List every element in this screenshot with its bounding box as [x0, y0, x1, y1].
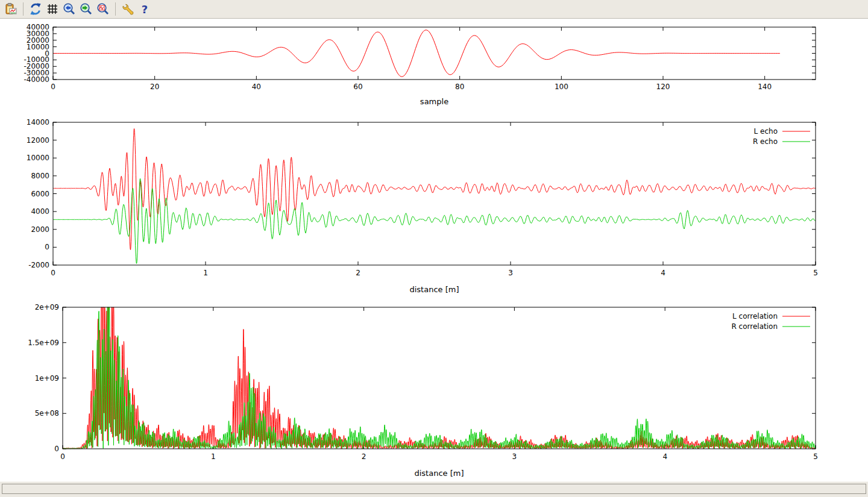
- grid-button[interactable]: [45, 1, 60, 17]
- grid-icon: [46, 2, 59, 16]
- x-axis-label: distance [m]: [414, 469, 464, 478]
- y-tick-label: 14000: [27, 118, 49, 127]
- status-bar-panel: [2, 484, 866, 494]
- x-tick-label: 3: [512, 452, 517, 461]
- toolbar: ?: [0, 0, 868, 19]
- help-button[interactable]: ?: [137, 1, 153, 17]
- x-tick-label: 5: [813, 269, 818, 277]
- y-tick-label: 6000: [31, 190, 49, 198]
- series-r-echo: [53, 178, 816, 263]
- correlation-chart-canvas[interactable]: 0123452e+091.5e+091e+095e+080distance [m…: [0, 299, 868, 486]
- pulse-chart-canvas[interactable]: 020406080100120140400003000020000100000-…: [0, 20, 868, 119]
- x-tick-label: 100: [555, 83, 568, 91]
- x-tick-label: 4: [661, 269, 665, 277]
- x-tick-label: 1: [203, 269, 208, 277]
- y-tick-label: 1e+09: [35, 374, 59, 383]
- toolbar-separator: [23, 2, 24, 16]
- y-tick-label: -40000: [24, 75, 49, 84]
- y-tick-label: 1.5e+09: [28, 339, 59, 347]
- plot-area: 020406080100120140400003000020000100000-…: [0, 19, 868, 482]
- x-tick-label: 80: [455, 83, 464, 91]
- zoom-next-icon: [80, 2, 93, 16]
- x-tick-label: 20: [150, 83, 159, 91]
- x-tick-label: 60: [353, 83, 362, 91]
- x-tick-label: 0: [51, 83, 55, 91]
- x-tick-label: 4: [662, 452, 667, 461]
- autoscale-icon: [96, 2, 110, 16]
- y-tick-label: 0: [45, 243, 49, 251]
- y-tick-label: 0: [54, 445, 59, 453]
- x-tick-label: 3: [508, 269, 513, 277]
- x-axis-label: distance [m]: [409, 285, 459, 294]
- status-bar: [0, 481, 868, 497]
- x-tick-label: 2: [356, 269, 360, 277]
- x-axis-label: sample: [420, 97, 448, 106]
- replot-button[interactable]: [28, 1, 43, 17]
- y-tick-label: 10000: [27, 154, 49, 162]
- x-tick-label: 2: [362, 452, 366, 461]
- y-tick-label: 2e+09: [35, 303, 59, 311]
- x-tick-label: 0: [60, 452, 65, 461]
- zoom-next-button[interactable]: [78, 1, 94, 17]
- y-tick-label: -2000: [28, 261, 49, 269]
- x-tick-label: 5: [813, 452, 818, 461]
- autoscale-button[interactable]: [95, 1, 111, 17]
- y-tick-label: 5e+08: [35, 409, 59, 417]
- legend-label: R correlation: [731, 322, 778, 331]
- series-l-echo: [53, 128, 816, 249]
- series-r-correlation: [63, 307, 816, 449]
- y-tick-label: 4000: [31, 207, 49, 216]
- x-tick-label: 0: [51, 269, 55, 277]
- toolbar-separator: [115, 2, 116, 16]
- zoom-previous-button[interactable]: [61, 1, 77, 17]
- zoom-previous-icon: [63, 2, 76, 16]
- legend-label: L echo: [754, 127, 778, 136]
- y-tick-label: 2000: [31, 225, 49, 234]
- replot-icon: [29, 2, 42, 16]
- copy-plot-icon: [4, 2, 17, 16]
- series-l-correlation: [63, 307, 816, 449]
- legend-label: R echo: [753, 137, 778, 146]
- y-tick-label: 8000: [31, 172, 49, 180]
- legend-label: L correlation: [732, 312, 778, 320]
- x-tick-label: 40: [252, 83, 261, 91]
- x-tick-label: 140: [758, 83, 772, 91]
- copy-plot-button[interactable]: [3, 1, 19, 17]
- configure-icon: [121, 2, 134, 16]
- gnuplot-window: ? 02040608010012014040000300002000010000…: [0, 0, 868, 497]
- y-tick-label: 12000: [27, 136, 49, 145]
- series-pulse: [53, 30, 780, 77]
- help-icon: ?: [142, 3, 148, 16]
- x-tick-label: 1: [211, 452, 216, 461]
- echo-chart-canvas[interactable]: 01234514000120001000080006000400020000-2…: [0, 114, 868, 298]
- x-tick-label: 120: [656, 83, 670, 91]
- configure-button[interactable]: [120, 1, 136, 17]
